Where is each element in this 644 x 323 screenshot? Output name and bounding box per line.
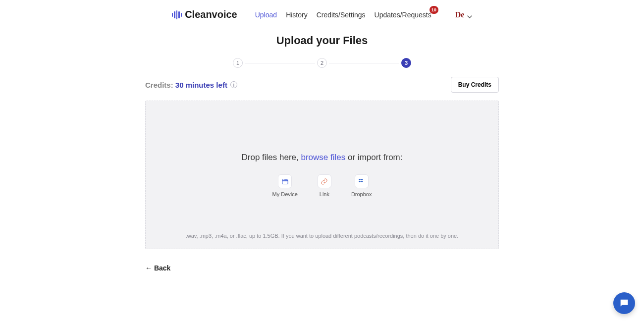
page-title: Upload your Files — [0, 34, 644, 47]
import-my-device[interactable]: My Device — [272, 174, 298, 197]
step-2[interactable]: 2 — [317, 58, 327, 68]
back-button[interactable]: ← Back — [145, 264, 170, 272]
waveform-icon — [172, 10, 182, 19]
chat-widget[interactable] — [613, 292, 635, 314]
drop-prefix: Drop files here, — [241, 153, 301, 162]
stepper: 1 2 3 — [233, 58, 411, 68]
credits-row: Credits: 30 minutes left i Buy Credits — [145, 77, 499, 93]
drop-suffix: or import from: — [345, 153, 402, 162]
nav-updates-requests[interactable]: Updates/Requests — [375, 11, 431, 19]
import-row: My Device Link Dropbox — [272, 174, 372, 197]
credits-amount: 30 minutes left — [175, 81, 227, 89]
updates-badge: 10 — [429, 6, 438, 14]
drop-text: Drop files here, browse files or import … — [241, 153, 402, 162]
account-initials: De — [455, 10, 465, 19]
chevron-down-icon — [467, 12, 472, 17]
header: Cleanvoice Upload History Credits/Settin… — [0, 0, 644, 29]
nav-updates-wrap: Updates/Requests 10 — [375, 11, 431, 19]
brand-logo[interactable]: Cleanvoice — [172, 9, 237, 20]
nav-credits-settings[interactable]: Credits/Settings — [317, 11, 366, 19]
brand-name: Cleanvoice — [185, 9, 237, 20]
import-link-label: Link — [320, 191, 329, 197]
import-link[interactable]: Link — [318, 174, 331, 197]
step-1[interactable]: 1 — [233, 58, 243, 68]
main-nav: Upload History Credits/Settings Updates/… — [255, 11, 431, 19]
link-icon — [318, 174, 331, 188]
browse-files-link[interactable]: browse files — [301, 153, 345, 162]
upload-hint: .wav, .mp3, .m4a, or .flac, up to 1.5GB.… — [181, 232, 463, 240]
account-menu[interactable]: De — [455, 10, 473, 19]
import-device-label: My Device — [272, 191, 298, 197]
file-dropzone[interactable]: Drop files here, browse files or import … — [145, 101, 499, 249]
info-icon[interactable]: i — [230, 81, 237, 88]
buy-credits-button[interactable]: Buy Credits — [451, 77, 499, 93]
step-line — [329, 63, 399, 63]
credits-text: Credits: 30 minutes left i — [145, 81, 237, 89]
nav-upload[interactable]: Upload — [255, 11, 277, 19]
credits-label: Credits: — [145, 81, 175, 89]
import-dropbox[interactable]: Dropbox — [351, 174, 372, 197]
dropbox-icon — [355, 174, 369, 188]
chat-icon — [619, 298, 630, 309]
nav-history[interactable]: History — [286, 11, 308, 19]
step-3[interactable]: 3 — [401, 58, 411, 68]
folder-icon — [278, 174, 292, 188]
back-row: ← Back — [145, 264, 499, 272]
step-line — [245, 63, 315, 63]
import-dropbox-label: Dropbox — [351, 191, 372, 197]
